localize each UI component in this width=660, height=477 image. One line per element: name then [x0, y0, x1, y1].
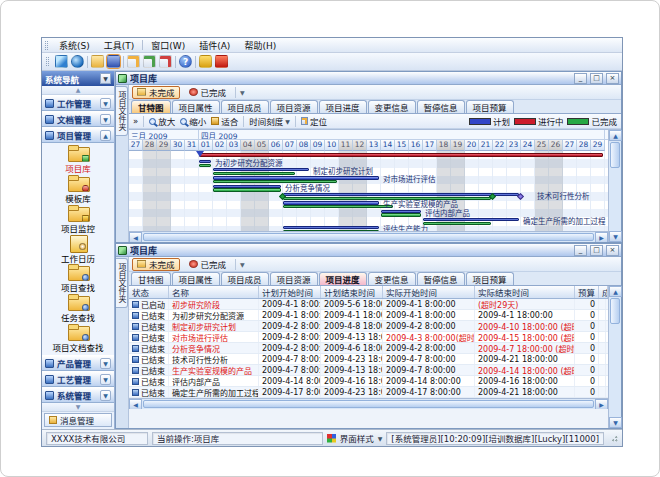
chevron-icon[interactable]: [100, 130, 111, 141]
tab[interactable]: 项目成员: [221, 272, 269, 285]
toolbar-separator[interactable]: [195, 56, 196, 68]
resize-grip[interactable]: [610, 434, 618, 442]
table-row[interactable]: 已结束 分析竞争情况 2009-4-2 8:00:00 2009-4-6 18:…: [129, 343, 608, 354]
tab[interactable]: 项目属性: [172, 100, 220, 113]
chevron-icon[interactable]: [100, 374, 111, 385]
menu-item[interactable]: 插件(A): [193, 39, 236, 52]
scroll-thumb[interactable]: [610, 142, 620, 168]
tab[interactable]: 项目资源: [270, 100, 318, 113]
column-header-budget[interactable]: 预算: [575, 286, 599, 298]
tab-project-folder[interactable]: 项目文件夹: [116, 86, 128, 136]
doc-delete-icon[interactable]: [159, 55, 172, 68]
gantt-bar-done[interactable]: [283, 230, 379, 231]
gantt-bar-plan[interactable]: [381, 210, 421, 213]
sidebar-section-header[interactable]: 产品管理: [42, 355, 114, 371]
gantt-bar-plan[interactable]: [283, 201, 379, 204]
column-header-status[interactable]: 状态: [129, 286, 169, 298]
gantt-bar-done[interactable]: [283, 205, 393, 208]
toolbar-separator[interactable]: [87, 56, 88, 68]
maximize-button[interactable]: □: [590, 73, 603, 84]
table-row[interactable]: 已启动 初步研究阶段 2009-4-1 8:00:00 2009-5-6 18:…: [129, 299, 608, 310]
gantt-horizontal-scrollbar[interactable]: ◀ ▶: [129, 231, 608, 242]
maximize-button[interactable]: □: [590, 245, 603, 256]
table-row[interactable]: 已结束 为初步研究分配资源 2009-4-1 8:00:00 2009-4-1 …: [129, 310, 608, 321]
table-row[interactable]: 已结束 生产实验室规模的产品 2009-4-7 8:00:00 2009-4-1…: [129, 365, 608, 376]
sidebar-strip-bottom[interactable]: ▼: [42, 403, 114, 412]
filter-button[interactable]: 未完成: [132, 86, 180, 99]
tab[interactable]: 变更信息: [368, 272, 416, 285]
chevron-icon[interactable]: [100, 98, 111, 109]
gantt-bar-done[interactable]: [213, 172, 295, 175]
tab-project-folder[interactable]: 项目文件夹: [116, 258, 128, 308]
exit-icon[interactable]: [215, 55, 228, 68]
gantt-bar-done[interactable]: [199, 164, 211, 167]
pin-icon[interactable]: ▼: [100, 73, 111, 84]
column-header-actual-end[interactable]: 实际结束时间: [475, 286, 575, 298]
gantt-row[interactable]: 确定生产所需的加工过程: [129, 217, 608, 225]
menu-item[interactable]: 窗口(W): [145, 39, 191, 52]
sidebar-section-header[interactable]: 工作管理: [42, 95, 114, 111]
gantt-marker-diam-purple[interactable]: [517, 193, 524, 200]
menu-item[interactable]: 系统(S): [53, 39, 96, 52]
chevron-down-icon[interactable]: ▼: [378, 435, 383, 442]
tab[interactable]: 项目预算: [466, 272, 514, 285]
table-row[interactable]: 已结束 确定生产所需的加工过程 2009-4-17 8:00:00 2009-4…: [129, 387, 608, 398]
sidebar-nav-item[interactable]: 模板库: [42, 175, 114, 205]
tab[interactable]: 项目属性: [172, 272, 220, 285]
filter-overflow-button[interactable]: ▼: [240, 89, 245, 96]
sidebar-nav-item[interactable]: 工作日历: [42, 234, 114, 264]
gantt-bar-plan[interactable]: [199, 160, 211, 163]
table-row[interactable]: 已结束 制定初步研究计划 2009-4-2 8:00:00 2009-4-8 1…: [129, 321, 608, 332]
scroll-thumb[interactable]: [610, 298, 620, 324]
scroll-thumb[interactable]: [143, 233, 594, 241]
scroll-right-icon[interactable]: ▶: [595, 232, 608, 242]
gantt-bar-plan[interactable]: [213, 168, 309, 171]
gantt-bar-plan[interactable]: [423, 218, 519, 221]
filter-overflow-button[interactable]: ▼: [240, 261, 245, 268]
sidebar-section-header[interactable]: 项目管理: [42, 127, 114, 143]
tab[interactable]: 项目资源: [270, 272, 318, 285]
sidebar-section-header[interactable]: 文档管理: [42, 111, 114, 127]
sidebar-nav-item[interactable]: 任务查找: [42, 294, 114, 324]
sidebar-strip[interactable]: ▲: [42, 86, 114, 95]
scroll-left-icon[interactable]: ◀: [129, 232, 142, 242]
sidebar-nav-item[interactable]: 项目文档查找: [42, 323, 114, 353]
tab[interactable]: 暂停信息: [417, 100, 465, 113]
gantt-bar-plan[interactable]: [283, 193, 519, 196]
table-horizontal-scrollbar[interactable]: ◀ ▶: [129, 398, 608, 409]
column-header-name[interactable]: 名称: [169, 286, 259, 298]
tab[interactable]: 甘特图: [131, 272, 171, 285]
interface-style-button[interactable]: 界面样式: [340, 432, 374, 444]
filter-button[interactable]: 未完成: [132, 258, 180, 271]
close-button[interactable]: ×: [606, 73, 619, 84]
help-icon[interactable]: [179, 55, 192, 68]
menu-item[interactable]: 帮助(H): [238, 39, 282, 52]
tab-message-management[interactable]: 消息管理: [44, 413, 112, 427]
gantt-bar-done[interactable]: [213, 188, 281, 191]
column-header-actual-start[interactable]: 实际开始时间: [383, 286, 475, 298]
gantt-bar-plan[interactable]: [283, 226, 379, 229]
scroll-up-icon[interactable]: ▲: [609, 286, 622, 297]
monitor-icon[interactable]: [55, 55, 68, 68]
menu-item[interactable]: 工具(T): [98, 39, 141, 52]
tab[interactable]: 项目进度: [319, 100, 367, 113]
table-row[interactable]: 已结束 评估内部产品 2009-4-14 8:00:00 2009-4-16 1…: [129, 376, 608, 387]
gantt-vertical-scrollbar[interactable]: ▲ ▼: [608, 130, 621, 242]
gantt-row[interactable]: 技术可行性分析: [129, 192, 608, 200]
table-vertical-scrollbar[interactable]: ▲ ▼: [608, 286, 621, 428]
scroll-up-icon[interactable]: ▲: [609, 130, 622, 141]
toolbar-overflow-chevron[interactable]: »: [133, 116, 138, 126]
filter-button[interactable]: 已完成: [184, 86, 232, 99]
menu-item[interactable]: [142, 40, 143, 50]
doc-edit-icon[interactable]: [143, 55, 156, 68]
tab[interactable]: 暂停信息: [417, 272, 465, 285]
globe-icon[interactable]: [71, 55, 84, 68]
gantt-bar-progress[interactable]: [199, 153, 603, 158]
timescale-button[interactable]: 时间刻度▼: [249, 115, 290, 127]
gantt-bar-done[interactable]: [381, 213, 421, 216]
save-icon[interactable]: [107, 55, 120, 68]
sidebar-nav-item[interactable]: 项目监控: [42, 204, 114, 234]
minimize-button[interactable]: _: [574, 245, 587, 256]
menubar-grip[interactable]: [45, 41, 48, 50]
filter-button[interactable]: 已完成: [184, 258, 232, 271]
